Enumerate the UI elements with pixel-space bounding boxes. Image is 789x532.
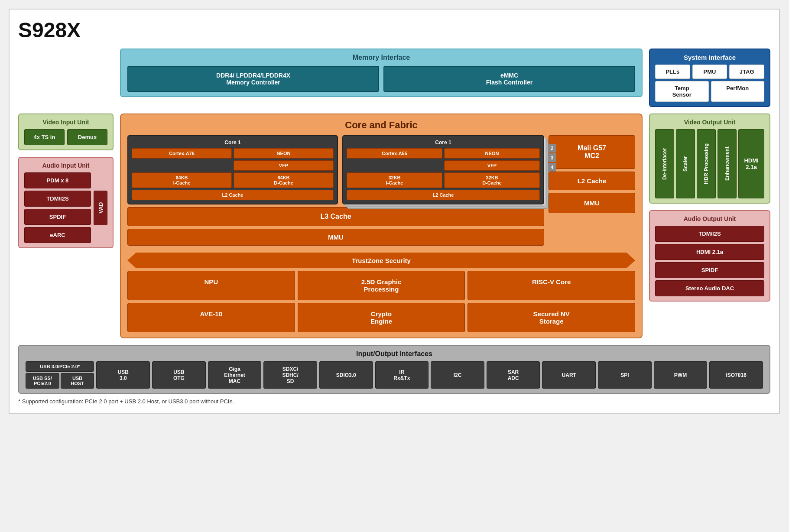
iso7816-box: ISO7816 [709, 361, 763, 389]
pdm-box: PDM x 8 [24, 172, 91, 188]
npu-box: NPU [127, 271, 295, 300]
giga-eth-box: GigaEthernetMAC [208, 361, 262, 389]
spdif-box: SPDIF [24, 209, 91, 225]
usb-pcie-top: USB 3.0/PCIe 2.0* [26, 361, 94, 372]
tdm-output-box: TDM/I2S [655, 226, 764, 242]
mali-box: Mali G57MC2 [549, 135, 635, 169]
vou-inner: De-interlacer Scaler HDR Processing Enha… [655, 129, 764, 198]
l3-cache: L3 Cache [127, 207, 544, 226]
core-a55-block: Core 1 Cortex-A55 NEON VFP 32KBI-Cache 3… [342, 135, 544, 204]
secured-nv-box: Secured NVStorage [468, 303, 635, 332]
audio-input-title: Audio Input Unit [24, 162, 107, 169]
video-output-title: Video Output Unit [655, 119, 764, 126]
video-input-unit: Video Input Unit 4x TS in Demux [18, 114, 114, 150]
cortex-a55: Cortex-A55 [347, 148, 442, 159]
right-col: Video Output Unit De-interlacer Scaler H… [649, 114, 770, 338]
dcache-64: 64KBD-Cache [234, 172, 334, 188]
core1-a55-label: Core 1 [347, 139, 540, 146]
l2-cache-a76: L2 Cache [132, 190, 334, 200]
neon-a76: NEON [234, 148, 334, 159]
audio-input-inner: PDM x 8 TDM/I2S SPDIF eARC VAD [24, 172, 107, 243]
enhancement-box: Enhancement [718, 129, 737, 198]
memory-interface: Memory Interface DDR4/ LPDDR4/LPDDR4XMem… [120, 49, 643, 97]
badge-2: 2 [548, 144, 556, 152]
usb30-box: USB3.0 [96, 361, 150, 389]
dcache-32: 32KBD-Cache [444, 172, 540, 188]
pll-box: PLLs [655, 65, 690, 79]
trustzone-label: TrustZone Security [352, 257, 411, 264]
hdmi-audio-box: HDMI 2.1a [655, 244, 764, 260]
ddr-controller: DDR4/ LPDDR4/LPDDR4XMemory Controller [127, 66, 379, 92]
icache-32: 32KBI-Cache [347, 172, 442, 188]
bottom-blocks: NPU 2.5D GraphicProcessing RISC-V Core A… [127, 271, 635, 332]
badge-3: 3 [548, 153, 556, 162]
stereo-dac-box: Stereo Audio DAC [655, 280, 764, 296]
badge-4: 4 [548, 163, 556, 172]
crypto-engine-box: CryptoEngine [298, 303, 465, 332]
usb-pcie-bottom: USB SS/PCIe2.0 USBHOST [26, 373, 94, 389]
audio-output-unit: Audio Output Unit TDM/I2S HDMI 2.1a SPID… [649, 210, 770, 302]
mmu-gpu: MMU [549, 193, 635, 213]
emmc-controller: eMMCFlash Controller [383, 66, 635, 92]
scaler-box: Scaler [676, 129, 695, 198]
chip-title: S928X [18, 18, 770, 42]
icache-64: 64KBI-Cache [132, 172, 232, 188]
cores-left: Core 1 Cortex-A76 NEON VFP 64KBI-Cache 6… [127, 135, 544, 249]
audio-input-unit: Audio Input Unit PDM x 8 TDM/I2S SPDIF e… [18, 157, 114, 248]
tz-arrow-right [627, 253, 635, 268]
l2-cache-a55: L2 Cache [347, 190, 540, 200]
sar-adc-box: SARADC [487, 361, 540, 389]
io-title: Input/Output Interfaces [26, 350, 763, 358]
core1-a76-label: Core 1 [132, 139, 334, 146]
core-a55-stack: Core 1 Cortex-A55 NEON VFP 32KBI-Cache 3… [342, 135, 544, 204]
perfmon-box: PerfMon [711, 81, 765, 102]
cortex-a76: Cortex-A76 [132, 148, 232, 159]
ave10-box: AVE-10 [127, 303, 295, 332]
memory-interface-title: Memory Interface [127, 54, 635, 62]
pmu-box: PMU [692, 65, 727, 79]
memory-inner-row: DDR4/ LPDDR4/LPDDR4XMemory Controller eM… [127, 66, 635, 92]
jtag-box: JTAG [729, 65, 764, 79]
usb-ss-box: USB SS/PCIe2.0 [26, 373, 59, 389]
aou-inner: TDM/I2S HDMI 2.1a SPIDF Stereo Audio DAC [655, 226, 764, 296]
pwm-box: PWM [654, 361, 708, 389]
sdxc-box: SDXC/SDHC/SD [263, 361, 317, 389]
l2-cache-gpu: L2 Cache [549, 172, 635, 190]
core-a76-block: Core 1 Cortex-A76 NEON VFP 64KBI-Cache 6… [127, 135, 338, 204]
system-interface-title: System Interface [655, 54, 764, 61]
gpu-area: Mali G57MC2 L2 Cache MMU [549, 135, 635, 249]
core-fabric: Core and Fabric Core 1 Cortex-A76 NEON [120, 114, 643, 338]
audio-input-col: PDM x 8 TDM/I2S SPDIF eARC [24, 172, 91, 243]
graphic-box: 2.5D GraphicProcessing [298, 271, 465, 300]
trustzone-arrow: TrustZone Security [127, 253, 635, 268]
usb-otg-box: USBOTG [152, 361, 206, 389]
sys-grid-bottom: TempSensor PerfMon [655, 81, 764, 102]
cores-and-gpu: Core 1 Cortex-A76 NEON VFP 64KBI-Cache 6… [127, 135, 635, 249]
spidf-output-box: SPIDF [655, 262, 764, 278]
io-section: Input/Output Interfaces USB 3.0/PCIe 2.0… [18, 345, 770, 394]
vfp-a76: VFP [234, 160, 334, 171]
two-cores: Core 1 Cortex-A76 NEON VFP 64KBI-Cache 6… [127, 135, 544, 204]
de-interlacer-box: De-interlacer [655, 129, 674, 198]
footnote: * Supported configuration: PCIe 2.0 port… [18, 398, 770, 405]
middle-row: Video Input Unit 4x TS in Demux Audio In… [18, 114, 770, 338]
tz-arrow-left [127, 253, 136, 268]
main-container: S928X Memory Interface DDR4/ LPDDR4/LPDD… [9, 9, 780, 414]
usb-pcie-group: USB 3.0/PCIe 2.0* USB SS/PCIe2.0 USBHOST [26, 361, 94, 389]
earc-box: eARC [24, 227, 91, 243]
top-row: Memory Interface DDR4/ LPDDR4/LPDDR4XMem… [18, 49, 770, 107]
tdm-input-box: TDM/I2S [24, 191, 91, 207]
i2c-box: I2C [431, 361, 484, 389]
vad-box: VAD [94, 191, 107, 225]
system-interface: System Interface PLLs PMU JTAG TempSenso… [649, 49, 770, 107]
left-col: Video Input Unit 4x TS in Demux Audio In… [18, 114, 114, 338]
video-input-title: Video Input Unit [24, 119, 107, 126]
hdr-box: HDR Processing [697, 129, 716, 198]
demux-box: Demux [67, 129, 107, 145]
audio-output-title: Audio Output Unit [655, 215, 764, 222]
video-input-inner: 4x TS in Demux [24, 129, 107, 145]
sdio30-box: SDIO3.0 [319, 361, 373, 389]
usb-host-box: USBHOST [61, 373, 94, 389]
io-row: USB 3.0/PCIe 2.0* USB SS/PCIe2.0 USBHOST… [26, 361, 763, 389]
temp-sensor-box: TempSensor [655, 81, 709, 102]
